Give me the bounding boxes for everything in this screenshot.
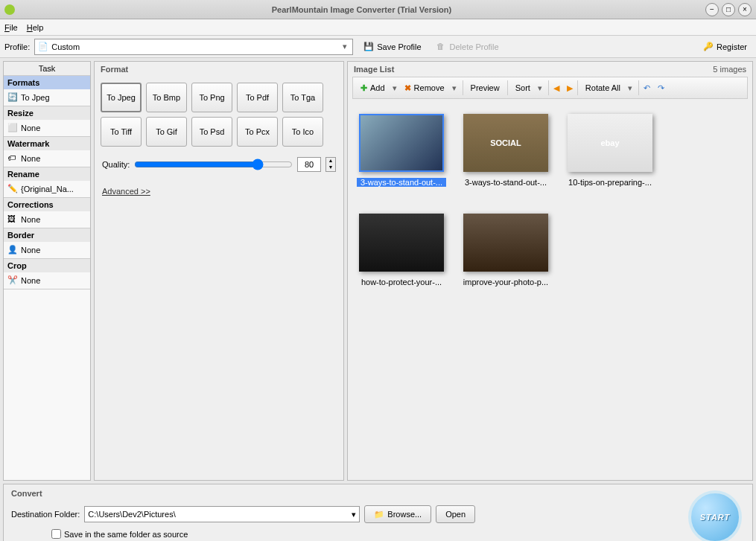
browse-button[interactable]: 📁Browse... (364, 505, 431, 523)
task-value: None (21, 276, 40, 285)
task-icon: ✂️ (7, 275, 18, 286)
thumbnail[interactable]: improve-your-photo-p... (461, 214, 550, 286)
task-header: Task (4, 62, 90, 76)
x-icon: ✖ (404, 83, 411, 93)
menubar: File Help (0, 19, 756, 36)
thumbnail-caption: 3-ways-to-stand-out-... (461, 178, 550, 187)
format-button-to-tga[interactable]: To Tga (282, 83, 323, 112)
menu-file[interactable]: File (4, 23, 18, 32)
format-title: Format (95, 62, 343, 77)
profile-label: Profile: (4, 42, 30, 51)
save-profile-button[interactable]: 💾 Save Profile (359, 39, 425, 55)
titlebar: PearlMountain Image Converter (Trial Ver… (0, 0, 756, 19)
thumbnail-caption: 3-ways-to-stand-out-... (357, 178, 446, 187)
minimize-button[interactable]: − (705, 3, 719, 16)
task-item-rename[interactable]: Rename✏️{Original_Na... (4, 167, 90, 198)
task-item-formats[interactable]: Formats🔄To Jpeg (4, 76, 90, 106)
register-button[interactable]: 🔑 Register (699, 39, 752, 55)
format-button-to-bmp[interactable]: To Bmp (146, 83, 187, 112)
key-icon: 🔑 (703, 42, 714, 52)
task-icon: ✏️ (7, 184, 18, 194)
task-cat-header: Resize (4, 106, 90, 120)
thumbnail[interactable]: SOCIAL3-ways-to-stand-out-... (461, 114, 550, 187)
format-button-to-png[interactable]: To Png (191, 83, 232, 112)
plus-icon: ✚ (360, 83, 367, 93)
rotate-all-button[interactable]: Rotate All (582, 79, 623, 97)
folder-icon: 📁 (374, 510, 384, 519)
add-button[interactable]: ✚Add (358, 79, 388, 97)
task-cat-header: Formats (4, 76, 90, 89)
app-logo-icon (4, 4, 15, 15)
task-item-resize[interactable]: Resize⬜None (4, 106, 90, 137)
add-dropdown[interactable]: ▾ (391, 83, 398, 93)
quality-slider[interactable] (134, 159, 293, 170)
save-same-folder-checkbox[interactable]: Save in the same folder as source (51, 529, 745, 539)
profile-select[interactable]: 📄 Custom ▾ (34, 39, 353, 55)
destination-select[interactable]: C:\Users\Dev2\Pictures\ ▾ (84, 506, 360, 522)
quality-value[interactable] (297, 157, 321, 172)
thumbnail[interactable]: how-to-protect-your-... (357, 214, 446, 286)
task-cat-header: Crop (4, 259, 90, 272)
task-cat-header: Border (4, 228, 90, 242)
remove-dropdown[interactable]: ▾ (451, 83, 458, 93)
menu-help[interactable]: Help (27, 23, 44, 32)
arrow-right-icon[interactable]: ▶ (567, 83, 573, 93)
task-panel: Task Formats🔄To JpegResize⬜NoneWatermark… (3, 61, 91, 481)
sort-dropdown[interactable]: ▾ (536, 83, 544, 93)
maximize-button[interactable]: □ (722, 3, 735, 16)
task-value: To Jpeg (21, 93, 50, 102)
convert-panel: Convert Destination Folder: C:\Users\Dev… (3, 484, 753, 541)
format-button-to-jpeg[interactable]: To Jpeg (101, 83, 142, 112)
task-value: None (21, 154, 40, 163)
rotate-left-icon[interactable]: ↶ (644, 83, 650, 93)
document-icon: 📄 (38, 42, 48, 51)
arrow-left-icon[interactable]: ◀ (553, 83, 559, 93)
delete-icon: 🗑 (436, 42, 447, 52)
task-icon: 🖼 (7, 214, 18, 225)
format-button-to-psd[interactable]: To Psd (191, 117, 232, 147)
rotate-dropdown[interactable]: ▾ (626, 83, 634, 93)
window-title: PearlMountain Image Converter (Trial Ver… (21, 5, 702, 14)
close-button[interactable]: × (738, 3, 752, 16)
task-value: None (21, 215, 40, 224)
thumbnail-image (359, 214, 444, 272)
image-list-panel: Image List 5 images ✚Add ▾ ✖Remove ▾ Pre… (347, 61, 753, 481)
task-icon: ⬜ (7, 123, 18, 133)
task-cat-header: Corrections (4, 198, 90, 211)
quality-spinner[interactable]: ▲▼ (325, 157, 336, 172)
format-button-to-tiff[interactable]: To Tiff (101, 117, 142, 147)
start-button[interactable]: START (688, 490, 742, 541)
remove-button[interactable]: ✖Remove (401, 79, 448, 97)
format-button-to-pdf[interactable]: To Pdf (237, 83, 278, 112)
image-list-toolbar: ✚Add ▾ ✖Remove ▾ Preview Sort ▾ ◀ ▶ Rota… (352, 77, 748, 99)
profile-value: Custom (51, 42, 80, 51)
checkbox-icon[interactable] (51, 529, 61, 539)
format-button-to-ico[interactable]: To Ico (282, 117, 323, 147)
task-item-corrections[interactable]: Corrections🖼None (4, 198, 90, 228)
destination-label: Destination Folder: (11, 510, 80, 519)
sort-button[interactable]: Sort (512, 79, 533, 97)
task-value: {Original_Na... (21, 185, 74, 193)
rotate-right-icon[interactable]: ↷ (658, 83, 664, 93)
format-panel: Format To JpegTo BmpTo PngTo PdfTo TgaTo… (94, 61, 344, 481)
format-button-to-gif[interactable]: To Gif (146, 117, 187, 147)
thumbnail[interactable]: ebay10-tips-on-preparing-... (565, 114, 655, 187)
task-icon: 👤 (7, 245, 18, 255)
preview-button[interactable]: Preview (468, 79, 503, 97)
task-item-watermark[interactable]: Watermark🏷None (4, 137, 90, 167)
format-grid: To JpegTo BmpTo PngTo PdfTo TgaTo TiffTo… (95, 77, 343, 147)
task-item-crop[interactable]: Crop✂️None (4, 259, 90, 289)
format-button-to-pcx[interactable]: To Pcx (237, 117, 278, 147)
save-icon: 💾 (363, 42, 374, 52)
thumbnail-image: SOCIAL (463, 114, 548, 172)
thumbnail-image: ebay (568, 114, 652, 172)
task-item-border[interactable]: Border👤None (4, 228, 90, 259)
convert-title: Convert (11, 489, 745, 498)
thumbnail[interactable]: 3-ways-to-stand-out-... (357, 114, 446, 187)
thumbnail-image (463, 214, 548, 272)
thumbnail-caption: improve-your-photo-p... (461, 278, 550, 286)
delete-profile-button[interactable]: 🗑 Delete Profile (432, 39, 504, 55)
task-icon: 🏷 (7, 153, 18, 164)
open-button[interactable]: Open (436, 505, 475, 523)
advanced-link[interactable]: Advanced >> (95, 182, 343, 200)
